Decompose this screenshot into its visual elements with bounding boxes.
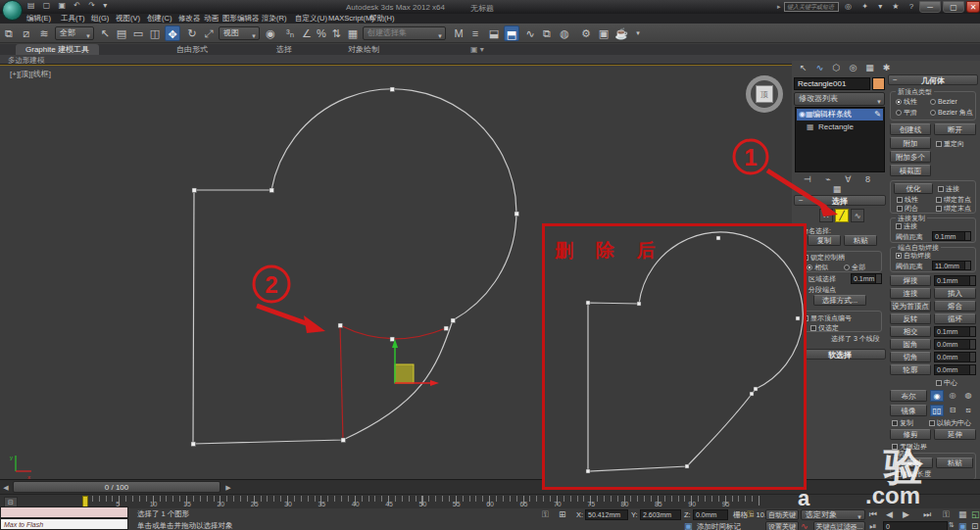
- object-name-field[interactable]: Rectangle001: [794, 77, 870, 90]
- refine-button[interactable]: 优化: [894, 183, 933, 194]
- reference-coordinate-combo[interactable]: 视图▼: [219, 26, 260, 40]
- about-pivot-checkbox[interactable]: 以轴为中心: [929, 419, 971, 427]
- frame-spinner[interactable]: ⇅: [949, 521, 955, 529]
- zoom-extents-icon[interactable]: ◱: [971, 509, 980, 519]
- zoom-viewport-icon[interactable]: ▣: [958, 521, 967, 530]
- soft-selection-rollout-header[interactable]: +软选择: [794, 349, 886, 360]
- qat-icons[interactable]: ▤ ▢ ▣ ↶ ↷ ▾: [27, 1, 110, 10]
- set-key-button[interactable]: 设置关键点: [765, 521, 799, 530]
- auto-key-button[interactable]: 自动关键点: [765, 509, 799, 520]
- bind-to-spacewarp-icon[interactable]: ≋: [36, 25, 52, 41]
- rendered-frame-icon[interactable]: ▣: [596, 25, 612, 41]
- tab-object-paint[interactable]: 对象绘制: [338, 44, 389, 55]
- cross-insert-field[interactable]: 0.1mm: [934, 326, 976, 337]
- z-field[interactable]: 0.0mm: [693, 509, 728, 520]
- create-tab-icon[interactable]: ↖: [796, 62, 810, 74]
- menu-group[interactable]: 组(G): [91, 14, 109, 24]
- weld-threshold-field[interactable]: 11.0mm: [932, 261, 971, 270]
- menu-edit[interactable]: 编辑(E): [26, 14, 51, 24]
- schematic-view-icon[interactable]: ⧉: [539, 25, 555, 41]
- object-color-swatch[interactable]: [872, 77, 885, 90]
- attach-mult-button[interactable]: 附加多个: [890, 151, 931, 163]
- boolean-button[interactable]: 布尔: [890, 390, 927, 402]
- center-checkbox[interactable]: 中心: [936, 379, 957, 387]
- cycle-button[interactable]: 循环: [934, 313, 976, 324]
- modifier-stack[interactable]: ◉▦编辑样条线✎ ▦Rectangle: [795, 107, 885, 172]
- auto-weld-checkbox[interactable]: 自动焊接: [896, 252, 931, 260]
- boolean-union-icon[interactable]: ◉: [930, 390, 944, 402]
- bezier-radio[interactable]: Bezier: [930, 98, 957, 106]
- bind-last-checkbox[interactable]: 绑定末点: [936, 205, 971, 213]
- paste-named-button[interactable]: 粘贴: [844, 235, 877, 246]
- select-and-rotate-icon[interactable]: ↻: [184, 25, 200, 41]
- search-input[interactable]: 键入关键字或短语: [784, 2, 839, 12]
- menu-customize[interactable]: 自定义(U): [295, 14, 327, 24]
- lock-handles-checkbox[interactable]: 锁定控制柄: [803, 254, 845, 262]
- snap-toggle-icon[interactable]: ³ₙ: [282, 25, 298, 41]
- timeline-left-arrow[interactable]: ◀: [1, 482, 11, 493]
- app-logo[interactable]: [2, 0, 23, 21]
- time-slider[interactable]: 0 / 100: [13, 481, 220, 493]
- stack-item-rectangle[interactable]: ▦Rectangle: [797, 121, 883, 132]
- segment-subobject-icon[interactable]: ╱: [835, 209, 849, 222]
- copy-named-button[interactable]: 复制: [808, 235, 841, 246]
- attach-button[interactable]: 附加: [890, 137, 931, 149]
- refine-connect-checkbox[interactable]: 连接: [938, 185, 959, 193]
- cross-insert-button[interactable]: 相交: [890, 326, 931, 337]
- key-mode-icon[interactable]: ⚿: [943, 509, 950, 520]
- use-pivot-center-icon[interactable]: ◉: [263, 25, 278, 41]
- selection-rollout-header[interactable]: −选择: [794, 195, 886, 206]
- restore-button[interactable]: ▢: [943, 1, 964, 13]
- tab-freeform[interactable]: 自由形式: [167, 44, 218, 55]
- ribbon-minimize-icon[interactable]: ▣ ▾: [461, 44, 494, 55]
- modify-tab-icon[interactable]: ∿: [812, 62, 827, 74]
- render-production-icon[interactable]: ☕: [613, 25, 629, 41]
- menu-tools[interactable]: 工具(T): [61, 14, 85, 24]
- mirror-horizontal-icon[interactable]: ▯▯: [930, 405, 944, 416]
- play-icon[interactable]: ▶: [903, 509, 909, 519]
- connect-button[interactable]: 连接: [890, 288, 931, 299]
- timeline-right-arrow[interactable]: ▶: [223, 482, 233, 493]
- bezier-corner-radio[interactable]: Bezier 角点: [930, 109, 973, 117]
- hierarchy-tab-icon[interactable]: ⬡: [829, 62, 844, 74]
- reverse-button[interactable]: 反转: [890, 313, 931, 324]
- render-flyout-arrow[interactable]: ▾: [630, 25, 646, 41]
- y-field[interactable]: 2.603mm: [640, 509, 681, 520]
- key-icon[interactable]: ⚿: [747, 509, 754, 520]
- trim-button[interactable]: 修剪: [890, 429, 931, 440]
- linear-radio[interactable]: 线性: [896, 98, 917, 106]
- reorient-checkbox[interactable]: 重定向: [936, 140, 964, 148]
- create-line-button[interactable]: 创建线: [890, 123, 931, 135]
- maximize-viewport-icon[interactable]: ⊡: [971, 521, 979, 530]
- frame-field[interactable]: 0: [883, 521, 948, 530]
- absolute-mode-icon[interactable]: ⊞: [559, 509, 566, 519]
- infocenter-arrow[interactable]: ▸: [777, 3, 781, 11]
- tab-graphite[interactable]: Graphite 建模工具: [16, 44, 99, 55]
- chamfer-button[interactable]: 切角: [890, 352, 931, 362]
- closed-checkbox[interactable]: 闭合: [897, 205, 918, 213]
- chamfer-field[interactable]: 0.0mm: [934, 352, 976, 362]
- x-field[interactable]: 50.412mm: [585, 509, 628, 520]
- edit-named-selection-icon[interactable]: ▦: [345, 25, 361, 41]
- alike-radio[interactable]: 相似: [807, 264, 828, 271]
- modifier-list-combo[interactable]: 修改器列表▼: [794, 92, 885, 106]
- select-by-button[interactable]: 选择方式...: [813, 295, 866, 306]
- break-button[interactable]: 断开: [934, 123, 976, 135]
- smooth-radio[interactable]: 平滑: [896, 109, 917, 117]
- pan-icon[interactable]: ▦: [958, 509, 967, 519]
- angle-snap-icon[interactable]: ∠: [299, 25, 315, 41]
- fuse-button[interactable]: 熔合: [934, 301, 976, 312]
- make-first-button[interactable]: 设为首顶点: [890, 301, 931, 312]
- menu-help[interactable]: 帮助(H): [369, 14, 394, 24]
- unlink-selection-icon[interactable]: ⧄: [19, 25, 34, 41]
- prev-frame-icon[interactable]: ◀: [886, 509, 893, 519]
- tangent-paste-button[interactable]: 粘贴: [936, 458, 973, 468]
- selected-segment-line[interactable]: [340, 325, 343, 440]
- selected-only-checkbox[interactable]: 仅选定: [810, 324, 839, 332]
- spline-subobject-icon[interactable]: ∿: [851, 209, 864, 222]
- mirror-button[interactable]: 镜像: [890, 405, 927, 416]
- key-filters-icon[interactable]: ∿: [801, 521, 808, 530]
- fillet-field[interactable]: 0.0mm: [934, 339, 976, 350]
- menu-maxscript[interactable]: MAXScript(M): [328, 14, 374, 24]
- spline-vertices[interactable]: [191, 87, 519, 447]
